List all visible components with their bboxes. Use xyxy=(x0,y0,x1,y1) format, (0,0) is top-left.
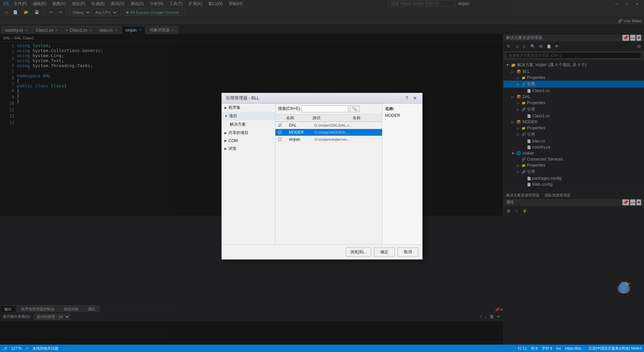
row-moder-name: MODER xyxy=(289,130,314,135)
dialog-left-tree: ▶ 程序集 ▼ 项目 解决方案 ▶ 共享的项目 ▶ COM xyxy=(222,103,275,245)
status-zoom: 127 % xyxy=(11,346,21,350)
row-dal-name: DAL xyxy=(289,123,314,128)
status-col: 列 9 xyxy=(531,346,538,351)
dialog-main-area: 搜索(Ctrl+E) 🔍 名称 路径 名称 ☑ DAL xyxy=(275,103,382,245)
row-moder-checkbox[interactable]: ☑ xyxy=(278,130,286,135)
dlg-assemblies-node[interactable]: ▶ 程序集 xyxy=(222,103,275,112)
row-dal-checkbox[interactable]: ☑ xyxy=(278,123,286,128)
status-row: 行 11 xyxy=(518,346,527,351)
reference-manager-dialog: 引用管理器 - BLL ? ✕ ▶ 程序集 ▼ 项目 解决方案 xyxy=(221,93,423,260)
dialog-close-btn[interactable]: ✕ xyxy=(412,95,418,101)
row-xinjian-path: G:\xinjian\xinjian\xin... xyxy=(314,137,353,141)
dlg-browse-node[interactable]: ▶ 浏览 xyxy=(222,144,275,153)
right-panel-name-label: 名称: xyxy=(385,106,420,112)
dialog-search-label: 搜索(Ctrl+E) xyxy=(278,106,300,112)
dlg-com-node[interactable]: ▶ COM xyxy=(222,137,275,144)
col-path-header: 路径 xyxy=(313,115,353,121)
status-check-icon: ✓ xyxy=(25,346,29,351)
dialog-overlay: 引用管理器 - BLL ? ✕ ▶ 程序集 ▼ 项目 解决方案 xyxy=(0,0,644,352)
shared-label: 共享的项目 xyxy=(228,130,249,136)
dialog-title-bar: 引用管理器 - BLL ? ✕ xyxy=(222,93,422,103)
solution-label-dlg: 解决方案 xyxy=(230,122,246,127)
status-bar-left: ⎇ 127 % ✓ 未找到相关问题 xyxy=(3,346,58,351)
dlg-projects-node[interactable]: ▼ 项目 xyxy=(222,112,275,120)
dialog-search-area: 搜索(Ctrl+E) 🔍 xyxy=(275,103,382,115)
status-lang: 汉语(中国语言服务)(简体) 56464 xyxy=(588,346,641,351)
status-no-issues: 未找到相关问题 xyxy=(33,346,58,351)
status-branch-icon[interactable]: ⎇ xyxy=(3,346,7,351)
dialog-content: ▶ 程序集 ▼ 项目 解决方案 ▶ 共享的项目 ▶ COM xyxy=(222,103,422,245)
dialog-title-text: 引用管理器 - BLL xyxy=(226,95,259,101)
col-nameright-header: 名称 xyxy=(353,115,379,121)
status-ins: Ins xyxy=(556,346,561,350)
col-name-header: 名称 xyxy=(286,115,313,121)
row-xinjian-checkbox[interactable]: ☐ xyxy=(278,137,286,142)
dialog-col-headers: 名称 路径 名称 xyxy=(275,115,382,122)
browse-label: 浏览 xyxy=(228,146,236,151)
com-label: COM xyxy=(228,138,238,143)
dialog-search-input[interactable] xyxy=(302,105,348,112)
assemblies-arrow: ▶ xyxy=(224,106,227,109)
status-bar-right: 行 11 列 9 字符 9 Ins https://blo... 汉语(中国语言… xyxy=(518,346,641,351)
dialog-cancel-button[interactable]: 取消 xyxy=(397,248,418,257)
dialog-title-icons: ? ✕ xyxy=(404,95,418,101)
com-arrow: ▶ xyxy=(224,139,227,142)
dlg-solution-node[interactable]: 解决方案 xyxy=(222,120,275,129)
dialog-browse-button[interactable]: 浏览(B)... xyxy=(346,248,371,257)
status-bar: ⎇ 127 % ✓ 未找到相关问题 行 11 列 9 字符 9 Ins http… xyxy=(0,345,644,352)
dlg-shared-node[interactable]: ▶ 共享的项目 xyxy=(222,129,275,137)
projects-label: 项目 xyxy=(229,113,237,119)
status-char: 字符 9 xyxy=(542,346,552,351)
dialog-row-moder[interactable]: ☑ MODER G:\xinjian\MODER\... xyxy=(275,129,382,136)
dialog-row-xinjian[interactable]: ☐ xinjian G:\xinjian\xinjian\xin... xyxy=(275,136,382,143)
dialog-right-panel: 名称: MODER xyxy=(382,103,422,245)
shared-arrow: ▶ xyxy=(224,131,227,135)
col-check-header xyxy=(278,115,286,121)
dialog-search-btn[interactable]: 🔍 xyxy=(350,105,360,112)
row-dal-path: G:\xinjian\DAL\DAL.c... xyxy=(314,123,353,127)
dialog-row-dal[interactable]: ☑ DAL G:\xinjian\DAL\DAL.c... xyxy=(275,122,382,129)
row-xinjian-name: xinjian xyxy=(289,137,314,142)
row-moder-path: G:\xinjian\MODER\... xyxy=(314,130,353,134)
dialog-help-btn[interactable]: ? xyxy=(404,95,410,101)
browse-arrow: ▶ xyxy=(224,147,227,150)
assemblies-label: 程序集 xyxy=(228,105,240,111)
dialog-confirm-button[interactable]: 确定 xyxy=(374,248,395,257)
right-panel-name-value: MODER xyxy=(385,113,420,118)
projects-arrow: ▼ xyxy=(224,114,228,118)
dialog-footer: 浏览(B)... 确定 取消 xyxy=(222,245,422,259)
status-url: https://blo... xyxy=(565,346,584,350)
dialog-table: ☑ DAL G:\xinjian\DAL\DAL.c... ☑ MODER G:… xyxy=(275,122,382,245)
